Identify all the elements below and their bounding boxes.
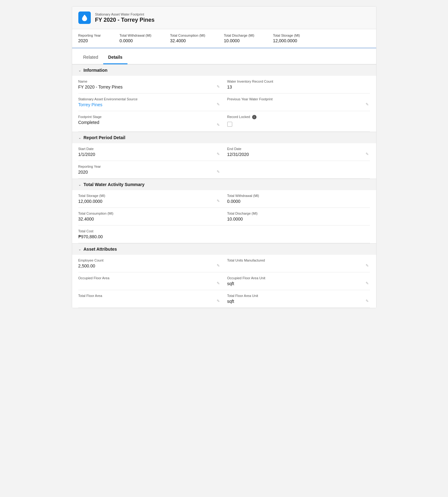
chevron-down-icon: ⌄ (78, 136, 81, 140)
summary-label: Total Withdrawal (Ml) (119, 34, 151, 37)
field-col: Occupied Floor Area Unitsqft✎ (221, 272, 370, 290)
tab-details[interactable]: Details (103, 51, 127, 64)
field-col (221, 161, 370, 178)
field-value: 2020 (78, 170, 215, 175)
field-value: ₱970,880.00 (78, 234, 215, 239)
edit-icon[interactable]: ✎ (217, 123, 220, 127)
content-area: ⌄ Information NameFY 2020 - Torrey Pines… (72, 64, 376, 308)
edit-icon[interactable]: ✎ (366, 281, 369, 285)
field-label: Total Discharge (Ml) (227, 212, 364, 215)
section-body-information: NameFY 2020 - Torrey Pines✎Water Invento… (72, 76, 376, 132)
section-header-total-water-activity-summary[interactable]: ⌄ Total Water Activity Summary (72, 179, 376, 190)
field-row: Start Date1/1/2020✎End Date12/31/2020✎ (78, 143, 370, 161)
field-value: sqft (227, 299, 364, 304)
section-header-information[interactable]: ⌄ Information (72, 64, 376, 76)
field-col: Total Cost₱970,880.00 (78, 226, 221, 243)
field-row: Stationary Asset Environmental SourceTor… (78, 93, 370, 111)
field-col: End Date12/31/2020✎ (221, 143, 370, 161)
field-label: Footprint Stage (78, 115, 215, 119)
edit-icon[interactable]: ✎ (217, 84, 220, 89)
summary-label: Total Discharge (Ml) (224, 34, 254, 37)
field-row: Footprint StageCompleted✎Record Locked i (78, 111, 370, 132)
record-name: FY 2020 - Torrey Pines (95, 17, 155, 23)
field-value: 32.4000 (78, 217, 215, 221)
field-col: Total Floor Area✎ (78, 290, 221, 308)
summary-item: Total Discharge (Ml) 10.0000 (224, 34, 254, 43)
edit-icon[interactable]: ✎ (217, 299, 220, 303)
tab-related[interactable]: Related (78, 51, 103, 64)
field-value: 1/1/2020 (78, 152, 215, 157)
edit-icon[interactable]: ✎ (366, 102, 369, 107)
section-body-total-water-activity-summary: Total Storage (Ml)12,000.0000✎Total With… (72, 190, 376, 243)
field-label: Total Consumption (Ml) (78, 212, 215, 215)
summary-label: Reporting Year (78, 34, 101, 37)
field-value: 12/31/2020 (227, 152, 364, 157)
field-value: sqft (227, 281, 364, 286)
summary-value: 2020 (78, 38, 101, 43)
field-col: Water Inventory Record Count13 (221, 76, 370, 93)
edit-icon[interactable]: ✎ (217, 170, 220, 174)
tabs-bar: RelatedDetails (72, 51, 376, 64)
record-locked-checkbox[interactable] (227, 122, 232, 127)
field-col: Total Withdrawal (Ml)0.0000 (221, 190, 370, 207)
section-header-asset-attributes[interactable]: ⌄ Asset Attributes (72, 243, 376, 255)
record-icon (78, 11, 91, 24)
field-col: Stationary Asset Environmental SourceTor… (78, 93, 221, 111)
edit-icon[interactable]: ✎ (366, 263, 369, 268)
field-value: FY 2020 - Torrey Pines (78, 84, 215, 89)
field-label: Water Inventory Record Count (227, 80, 364, 83)
summary-item: Reporting Year 2020 (78, 34, 101, 43)
info-icon: i (252, 115, 256, 119)
edit-icon[interactable]: ✎ (217, 199, 220, 203)
field-value-link[interactable]: Torrey Pines (78, 102, 215, 107)
field-label: Record Locked i (227, 115, 364, 119)
edit-icon[interactable]: ✎ (217, 281, 220, 285)
field-label: Stationary Asset Environmental Source (78, 97, 215, 101)
section-body-asset-attributes: Employee Count2,500.00✎Total Units Manuf… (72, 255, 376, 308)
record-header: Stationary Asset Water Footprint FY 2020… (72, 7, 376, 29)
field-label: Occupied Floor Area Unit (227, 276, 364, 280)
water-drop-icon (81, 14, 88, 21)
field-col: Total Units Manufactured✎ (221, 255, 370, 272)
section-header-report-period-detail[interactable]: ⌄ Report Period Detail (72, 132, 376, 143)
edit-icon[interactable]: ✎ (217, 102, 220, 107)
record-type: Stationary Asset Water Footprint (95, 12, 155, 16)
section-body-report-period-detail: Start Date1/1/2020✎End Date12/31/2020✎Re… (72, 143, 376, 179)
field-row: Occupied Floor Area✎Occupied Floor Area … (78, 272, 370, 290)
summary-item: Total Consumption (Ml) 32.4000 (170, 34, 205, 43)
field-label: Total Units Manufactured (227, 258, 364, 262)
field-row: NameFY 2020 - Torrey Pines✎Water Invento… (78, 76, 370, 93)
section-title: Report Period Detail (84, 135, 126, 140)
edit-icon[interactable]: ✎ (366, 152, 369, 156)
summary-value: 12,000.0000 (273, 38, 300, 43)
summary-label: Total Consumption (Ml) (170, 34, 205, 37)
section-title: Information (84, 68, 108, 73)
field-label: Start Date (78, 147, 215, 151)
field-label: Name (78, 80, 215, 83)
field-col: Employee Count2,500.00✎ (78, 255, 221, 272)
summary-bar: Reporting Year 2020 Total Withdrawal (Ml… (72, 29, 376, 48)
field-col: Total Discharge (Ml)10.0000 (221, 208, 370, 225)
field-row: Employee Count2,500.00✎Total Units Manuf… (78, 255, 370, 272)
field-row: Total Consumption (Ml)32.4000Total Disch… (78, 208, 370, 226)
edit-icon[interactable]: ✎ (217, 263, 220, 268)
chevron-down-icon: ⌄ (78, 183, 81, 187)
field-label: Previous Year Water Footprint (227, 97, 364, 101)
field-row: Total Floor Area✎Total Floor Area Unitsq… (78, 290, 370, 308)
field-label: Total Storage (Ml) (78, 194, 215, 198)
summary-value: 0.0000 (119, 38, 151, 43)
field-col: Total Storage (Ml)12,000.0000✎ (78, 190, 221, 207)
field-value: Completed (78, 120, 215, 125)
field-row: Total Storage (Ml)12,000.0000✎Total With… (78, 190, 370, 208)
field-col: Previous Year Water Footprint✎ (221, 93, 370, 111)
field-col: Reporting Year2020✎ (78, 161, 221, 178)
chevron-down-icon: ⌄ (78, 68, 81, 72)
field-value: 13 (227, 84, 364, 89)
field-label: Total Floor Area (78, 294, 215, 298)
field-col: NameFY 2020 - Torrey Pines✎ (78, 76, 221, 93)
field-label: Total Cost (78, 229, 215, 233)
field-label: Total Floor Area Unit (227, 294, 364, 298)
edit-icon[interactable]: ✎ (217, 152, 220, 156)
summary-value: 32.4000 (170, 38, 205, 43)
edit-icon[interactable]: ✎ (366, 299, 369, 303)
